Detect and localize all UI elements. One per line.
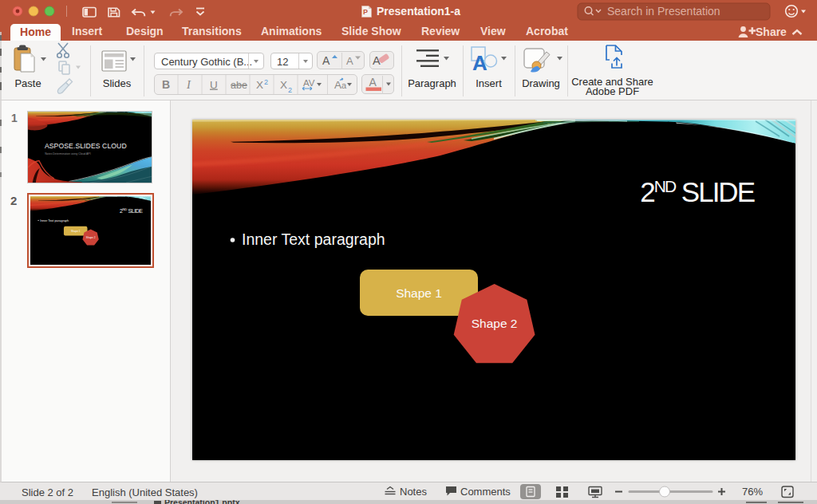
svg-text:abe: abe	[231, 80, 247, 91]
svg-text:Comments: Comments	[460, 486, 511, 498]
svg-text:2: 2	[264, 78, 268, 86]
svg-text:2: 2	[288, 86, 292, 94]
svg-text:A: A	[472, 51, 487, 75]
svg-text:U: U	[210, 79, 218, 91]
svg-text:B: B	[162, 78, 170, 91]
svg-text:I: I	[186, 78, 191, 91]
svg-text:A: A	[322, 54, 330, 67]
svg-text:76%: 76%	[742, 486, 763, 498]
svg-text:AV: AV	[303, 78, 315, 88]
svg-text:A: A	[346, 55, 353, 67]
svg-text:a: a	[341, 81, 347, 90]
svg-text:X: X	[280, 79, 287, 91]
svg-text:A: A	[369, 76, 377, 89]
svg-text:Share: Share	[756, 26, 787, 38]
svg-text:Search in Presentation: Search in Presentation	[607, 5, 720, 18]
svg-text:P: P	[363, 8, 368, 16]
svg-text:A: A	[334, 79, 341, 91]
svg-text:X: X	[256, 79, 263, 91]
svg-text:Notes: Notes	[400, 486, 427, 498]
svg-text:Presentation1-a: Presentation1-a	[377, 5, 460, 18]
